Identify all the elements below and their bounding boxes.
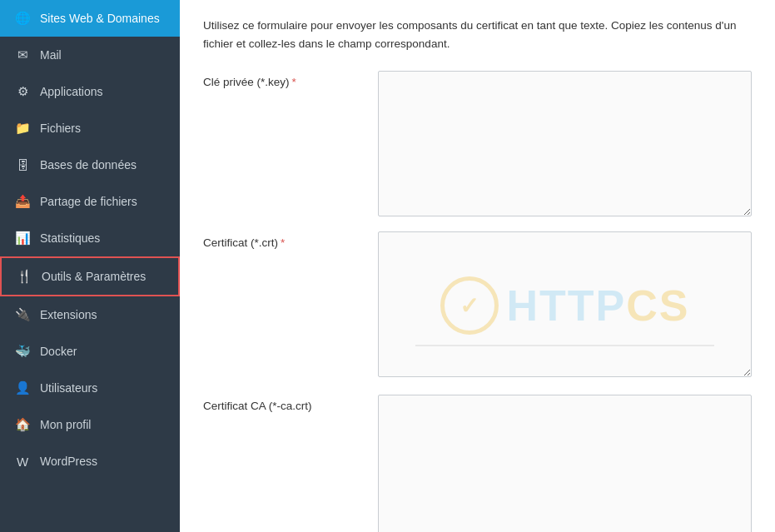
textarea-certificat-ca[interactable] (378, 395, 752, 532)
sidebar-icon-outils-parametres: 🍴 (17, 269, 32, 284)
sidebar-icon-partage-de-fichiers: 📤 (15, 194, 30, 209)
sidebar-icon-applications: ⚙ (15, 84, 30, 99)
sidebar-label-wordpress: WordPress (40, 455, 97, 468)
label-certificat-ca: Certificat CA (*-ca.crt) (203, 395, 378, 412)
required-star-cle-privee: * (292, 76, 296, 88)
sidebar-item-partage-de-fichiers[interactable]: 📤Partage de fichiers (0, 183, 180, 220)
sidebar-icon-utilisateurs: 👤 (15, 380, 30, 395)
sidebar-label-mail: Mail (40, 48, 62, 62)
intro-text: Utilisez ce formulaire pour envoyer les … (203, 17, 752, 52)
form-group-certificat: Certificat (*.crt)* ✓ HTTPCS (203, 231, 752, 380)
sidebar-item-docker[interactable]: 🐳Docker (0, 333, 180, 370)
sidebar-item-outils-parametres[interactable]: 🍴Outils & Paramètres (0, 256, 180, 296)
sidebar-label-bases-de-donnees: Bases de données (40, 158, 137, 172)
label-cle-privee: Clé privée (*.key)* (203, 71, 378, 88)
sidebar: 🌐Sites Web & Domaines✉Mail⚙Applications📁… (0, 0, 180, 532)
form-group-certificat-ca: Certificat CA (*-ca.crt) (203, 395, 752, 532)
main-content: Utilisez ce formulaire pour envoyer les … (180, 0, 775, 532)
sidebar-item-fichiers[interactable]: 📁Fichiers (0, 110, 180, 147)
sidebar-label-docker: Docker (40, 345, 77, 358)
sidebar-label-statistiques: Statistiques (40, 231, 100, 245)
sidebar-label-outils-parametres: Outils & Paramètres (42, 270, 146, 283)
sidebar-item-mail[interactable]: ✉Mail (0, 37, 180, 73)
sidebar-item-extensions[interactable]: 🔌Extensions (0, 296, 180, 333)
sidebar-item-sites-web-domaines[interactable]: 🌐Sites Web & Domaines (0, 0, 180, 37)
sidebar-label-extensions: Extensions (40, 308, 97, 321)
sidebar-icon-mon-profil: 🏠 (15, 417, 30, 432)
sidebar-label-applications: Applications (40, 85, 103, 98)
form-group-cle-privee: Clé privée (*.key)* (203, 71, 752, 216)
sidebar-icon-statistiques: 📊 (15, 231, 30, 246)
textarea-certificat[interactable] (378, 231, 752, 377)
sidebar-icon-bases-de-donnees: 🗄 (15, 157, 30, 172)
required-star-certificat: * (281, 236, 285, 249)
sidebar-label-utilisateurs: Utilisateurs (40, 381, 97, 395)
sidebar-label-partage-de-fichiers: Partage de fichiers (40, 195, 137, 208)
sidebar-icon-sites-web-domaines: 🌐 (15, 11, 30, 26)
sidebar-item-mon-profil[interactable]: 🏠Mon profil (0, 406, 180, 443)
sidebar-label-mon-profil: Mon profil (40, 418, 91, 431)
sidebar-item-bases-de-donnees[interactable]: 🗄Bases de données (0, 147, 180, 183)
sidebar-item-applications[interactable]: ⚙Applications (0, 73, 180, 110)
sidebar-item-statistiques[interactable]: 📊Statistiques (0, 220, 180, 256)
label-certificat: Certificat (*.crt)* (203, 231, 378, 249)
sidebar-item-utilisateurs[interactable]: 👤Utilisateurs (0, 370, 180, 406)
sidebar-icon-docker: 🐳 (15, 344, 30, 359)
textarea-cle-privee[interactable] (378, 71, 752, 216)
sidebar-label-sites-web-domaines: Sites Web & Domaines (40, 12, 160, 25)
watermark-container: ✓ HTTPCS (378, 231, 752, 380)
sidebar-icon-wordpress: W (15, 454, 30, 469)
sidebar-icon-fichiers: 📁 (15, 121, 30, 136)
sidebar-icon-mail: ✉ (15, 47, 30, 62)
sidebar-label-fichiers: Fichiers (40, 122, 81, 135)
sidebar-item-wordpress[interactable]: WWordPress (0, 443, 180, 480)
sidebar-icon-extensions: 🔌 (15, 307, 30, 322)
